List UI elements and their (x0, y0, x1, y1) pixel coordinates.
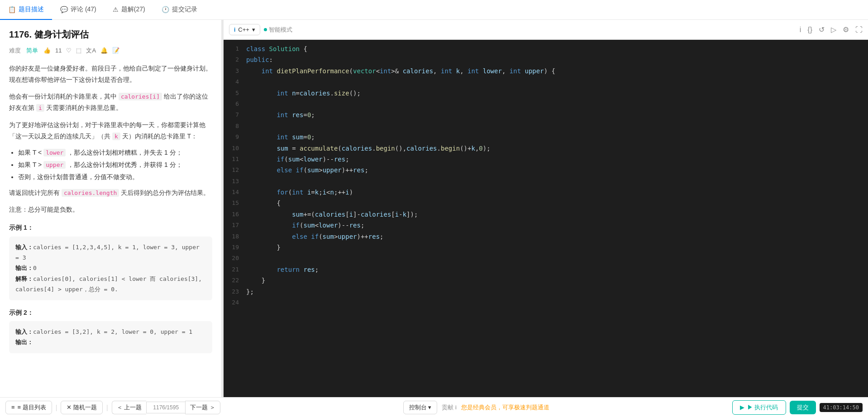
left-panel: 1176. 健身计划评估 难度 简单 👍 11 ♡ ⬚ 文A 🔔 📝 你的好友是… (0, 20, 222, 397)
code-line-8: 8 (224, 121, 868, 132)
info-icon[interactable]: i (800, 26, 801, 34)
code-line-13: 13 (224, 176, 868, 187)
code-line-19: 19 } (224, 242, 868, 253)
editor-right: i {} ↺ ▷ ⚙ ⛶ (800, 25, 863, 34)
settings-icon[interactable]: ⚙ (843, 25, 849, 34)
code-line-11: 11 if(sum<lower)--res; (224, 154, 868, 165)
desc-p4: 请返回统计完所有 calories.length 天后得到的总分作为评估结果。 (9, 187, 212, 199)
share-icon[interactable]: ⬚ (76, 46, 81, 56)
desc-p3: 为了更好地评估这份计划，对于卡路里表中的每一天，你都需要计算他「这一天以及之后的… (9, 119, 212, 142)
meta-actions: 👍 11 ♡ ⬚ 文A 🔔 📝 (43, 46, 119, 56)
vip-link[interactable]: 您是经典会员，可享极速判题通道 (461, 403, 549, 412)
code-line-17: 17 if(sum<lower)--res; (224, 220, 868, 231)
right-panel: i C++ ▾ 智能模式 i {} ↺ ▷ ⚙ ⛶ (224, 20, 868, 397)
code-line-7: 7 int res=0; (224, 109, 868, 120)
run-code-button[interactable]: ▶ ▶ 执行代码 (732, 400, 786, 415)
problem-body: 你的好友是一位健身爱好者。前段日子，他给自己制定了一份健身计划。现在想请你帮他评… (9, 63, 212, 353)
code-line-21: 21 return res; (224, 264, 868, 275)
contribute-link: 贡献 i (442, 403, 457, 412)
note-icon[interactable]: 📝 (112, 46, 119, 56)
next-problem-button[interactable]: 下一题 ＞ (185, 401, 220, 414)
tab-description[interactable]: 📋 题目描述 (0, 0, 52, 20)
run-arrow-icon: ▶ (740, 404, 744, 411)
editor-left: i C++ ▾ 智能模式 (229, 24, 292, 35)
code-line-9: 9 int sum=0; (224, 132, 868, 142)
bullet-3: 否则，这份计划普普通通，分值不做变动。 (18, 172, 212, 182)
tab-solutions[interactable]: ⚠ 题解(27) (105, 0, 153, 20)
code-line-18: 18 else if(sum>upper)++res; (224, 231, 868, 242)
lang-icon: i (234, 27, 235, 33)
bullet-2: 如果 T > upper ，那么这份计划相对优秀，并获得 1 分； (18, 160, 212, 170)
main-layout: 1176. 健身计划评估 难度 简单 👍 11 ♡ ⬚ 文A 🔔 📝 你的好友是… (0, 20, 868, 397)
code-line-2: 2 public: (224, 54, 868, 65)
ai-dot-icon (264, 28, 267, 31)
code-line-4: 4 (224, 76, 868, 87)
submissions-icon: 🕐 (162, 6, 169, 13)
code-line-14: 14 for(int i=k;i<n;++i) (224, 187, 868, 198)
run-icon[interactable]: ▷ (831, 25, 836, 34)
code-line-12: 12 else if(sum>upper)++res; (224, 165, 868, 175)
bottom-center: 控制台 ▾ 贡献 i 您是经典会员，可享极速判题通道 (403, 401, 549, 414)
code-line-16: 16 sum+=(calories[i]-calories[i-k]); (224, 209, 868, 220)
like-icon[interactable]: 👍 (43, 46, 51, 56)
tab-comments[interactable]: 💬 评论 (47) (52, 0, 105, 20)
reset-icon[interactable]: ↺ (819, 25, 825, 34)
format-icon[interactable]: {} (807, 26, 812, 34)
code-line-20: 20 (224, 253, 868, 264)
page-info[interactable]: 1176/1595 (146, 402, 185, 413)
tab-submissions[interactable]: 🕐 提交记录 (153, 0, 205, 20)
favorite-icon[interactable]: ♡ (66, 46, 72, 56)
example2-title: 示例 2： (9, 308, 212, 317)
code-editor[interactable]: 1 class Solution { 2 public: 3 int dietP… (224, 40, 868, 397)
code-line-10: 10 sum = accumulate(calories.begin(),cal… (224, 143, 868, 154)
code-line-22: 22 } (224, 275, 868, 286)
desc-p2: 他会有一份计划消耗的卡路里表，其中 calories[i] 给出了你的这位好友在… (9, 91, 212, 114)
example1-title: 示例 1： (9, 223, 212, 232)
timer-badge: 41:03:14:50 (820, 403, 863, 412)
bottom-bar: ≡ ≡ 题目列表 | ✕ 随机一题 | ＜ 上一题 1176/1595 下一题 … (0, 397, 868, 417)
list-icon: ≡ (11, 404, 15, 411)
solutions-icon: ⚠ (113, 6, 119, 13)
random-problem-button[interactable]: ✕ 随机一题 (61, 401, 103, 414)
example2-box: 输入：calories = [3,2], k = 2, lower = 0, u… (9, 321, 212, 353)
code-line-15: 15 { (224, 198, 868, 208)
problem-meta: 难度 简单 👍 11 ♡ ⬚ 文A 🔔 📝 (9, 46, 212, 56)
description-icon: 📋 (8, 6, 16, 13)
bullet-1: 如果 T < lower ，那么这份计划相对糟糕，并失去 1 分； (18, 147, 212, 158)
top-navigation: 📋 题目描述 💬 评论 (47) ⚠ 题解(27) 🕐 提交记录 (0, 0, 868, 20)
bell-icon[interactable]: 🔔 (100, 46, 108, 56)
code-line-1: 1 class Solution { (224, 43, 868, 54)
code-line-3: 3 int dietPlanPerformance(vector<int>& c… (224, 66, 868, 76)
console-button[interactable]: 控制台 ▾ (403, 401, 438, 414)
bottom-left: ≡ ≡ 题目列表 | ✕ 随机一题 | ＜ 上一题 1176/1595 下一题 … (5, 401, 220, 414)
expand-icon[interactable]: ⛶ (855, 26, 863, 34)
language-selector[interactable]: i C++ ▾ (229, 24, 260, 35)
code-line-6: 6 (224, 99, 868, 109)
problem-list-button[interactable]: ≡ ≡ 题目列表 (5, 401, 52, 414)
comments-icon: 💬 (60, 6, 68, 13)
ai-mode-badge: 智能模式 (264, 26, 292, 34)
chevron-down-icon: ▾ (252, 26, 255, 33)
code-line-23: 23 }; (224, 286, 868, 297)
editor-toolbar: i C++ ▾ 智能模式 i {} ↺ ▷ ⚙ ⛶ (224, 20, 868, 40)
problem-title: 1176. 健身计划评估 (9, 27, 212, 42)
code-line-5: 5 int n=calories.size(); (224, 88, 868, 99)
nav-arrows: ＜ 上一题 1176/1595 下一题 ＞ (112, 401, 220, 414)
example1-box: 输入：calories = [1,2,3,4,5], k = 1, lower … (9, 237, 212, 300)
prev-problem-button[interactable]: ＜ 上一题 (112, 401, 147, 414)
desc-p1: 你的好友是一位健身爱好者。前段日子，他给自己制定了一份健身计划。现在想请你帮他评… (9, 63, 212, 85)
translate-icon[interactable]: 文A (86, 46, 96, 56)
code-line-24: 24 (224, 297, 868, 308)
submit-button[interactable]: 提交 (790, 401, 816, 414)
bottom-right: ▶ ▶ 执行代码 提交 41:03:14:50 (732, 400, 863, 415)
desc-p5: 注意：总分可能是负数。 (9, 204, 212, 215)
bullet-list: 如果 T < lower ，那么这份计划相对糟糕，并失去 1 分； 如果 T >… (9, 147, 212, 182)
